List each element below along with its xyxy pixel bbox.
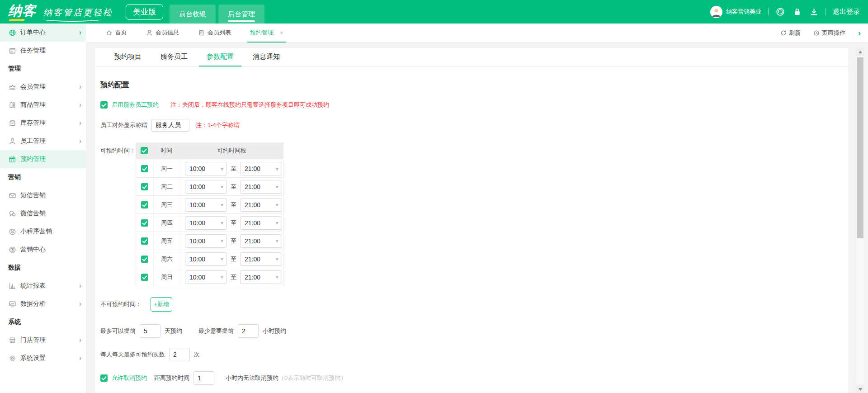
sidebar-item-system-settings[interactable]: 系统设置: [0, 349, 86, 367]
to-label: 至: [231, 165, 236, 173]
app-window: 纳客 纳客管店更轻松 美业版 前台收银 后台管理 纳客营销美业: [0, 0, 868, 393]
sidebar-item-goods-manage[interactable]: 商品管理: [0, 96, 86, 114]
day-checkbox[interactable]: [141, 183, 148, 190]
tab-service-staff[interactable]: 服务员工: [153, 48, 195, 66]
scrollbar-thumb[interactable]: [857, 57, 863, 238]
lock-icon[interactable]: [792, 7, 802, 17]
to-label: 至: [231, 201, 236, 209]
sidebar-section-label: 管理: [0, 60, 86, 78]
bc-tab-member-info[interactable]: 会员信息: [143, 24, 182, 43]
start-time-select[interactable]: 10:00: [185, 180, 227, 194]
target-icon: [8, 246, 16, 254]
app-logo[interactable]: 纳客 纳客管店更轻松: [8, 2, 113, 22]
end-time-select[interactable]: 21:00: [240, 252, 282, 266]
sidebar-item-sms-marketing[interactable]: 短信营销: [0, 186, 86, 204]
min-advance-input[interactable]: [238, 324, 259, 338]
start-time-select[interactable]: 10:00: [185, 270, 227, 284]
end-time-select[interactable]: 21:00: [240, 180, 282, 194]
booking-settings-card: 预约项目 服务员工 参数配置 消息通知 预约配置 启用服务员工预约 注：关闭后，…: [95, 48, 848, 393]
sidebar-item-store-manage[interactable]: 门店管理: [0, 331, 86, 349]
day-checkbox[interactable]: [141, 237, 148, 245]
chevron-right-icon[interactable]: [858, 28, 861, 38]
breadcrumb: 首页 会员信息 会员列表 预约管理 ×: [86, 24, 868, 43]
day-checkbox[interactable]: [141, 165, 148, 172]
bc-tab-booking-manage[interactable]: 预约管理 ×: [247, 24, 286, 43]
envelope-icon: [8, 191, 16, 199]
caret-down-icon: [221, 220, 223, 226]
start-time-select[interactable]: 10:00: [185, 252, 227, 266]
user-name: 纳客营销美业: [726, 8, 761, 16]
cancel-hours-input[interactable]: [193, 371, 214, 385]
chevron-right-icon: [79, 282, 81, 289]
scroll-up-button[interactable]: [856, 48, 864, 56]
refresh-button[interactable]: 刷新: [780, 29, 801, 37]
sidebar-item-booking-manage[interactable]: 预约管理: [0, 150, 86, 168]
bc-tab-home[interactable]: 首页: [103, 24, 130, 43]
logo-tagline: 纳客管店更轻松: [43, 8, 113, 17]
start-time-select[interactable]: 10:00: [185, 162, 227, 175]
day-checkbox[interactable]: [141, 256, 148, 263]
sidebar-item-task-manage[interactable]: 任务管理: [0, 42, 86, 60]
sidebar-item-order-center[interactable]: 订单中心: [0, 24, 86, 42]
page-actions-button[interactable]: 页面操作: [813, 29, 845, 37]
caret-down-icon: [221, 184, 223, 189]
allow-cancel-label: 允许取消预约: [112, 374, 147, 382]
end-time-select[interactable]: 21:00: [240, 234, 282, 248]
day-checkbox[interactable]: [141, 274, 148, 281]
daily-limit-input[interactable]: [169, 348, 190, 361]
sidebar-item-marketing-center[interactable]: 营销中心: [0, 241, 86, 259]
end-time-select[interactable]: 21:00: [240, 198, 282, 212]
vertical-scrollbar[interactable]: [856, 48, 864, 393]
scroll-down-button[interactable]: [856, 385, 864, 393]
close-icon[interactable]: ×: [280, 29, 283, 36]
to-label: 至: [231, 219, 236, 227]
sidebar-item-wechat-marketing[interactable]: 微信营销: [0, 204, 86, 223]
app-header: 纳客 纳客管店更轻松 美业版 前台收银 后台管理 纳客营销美业: [0, 0, 868, 24]
blocked-time-row: 不可预约时间： +新增: [100, 297, 839, 312]
edition-badge[interactable]: 美业版: [126, 4, 163, 20]
day-checkbox[interactable]: [141, 219, 148, 227]
booking-day-row: 周六 10:00 至 21:00: [136, 250, 283, 268]
start-time-select[interactable]: 10:00: [185, 216, 227, 230]
download-icon[interactable]: [809, 7, 819, 17]
bc-tab-member-list[interactable]: 会员列表: [195, 24, 234, 43]
display-title-input[interactable]: [151, 119, 189, 132]
tab-parameter-config[interactable]: 参数配置: [199, 48, 241, 66]
start-time-select[interactable]: 10:00: [185, 198, 227, 212]
sidebar-item-staff-manage[interactable]: 员工管理: [0, 132, 86, 150]
sidebar-menu: 订单中心 任务管理 管理 会员管理 商品管理 库存管理 员工管理 预约管理 营销: [0, 24, 86, 367]
end-time-select[interactable]: 21:00: [240, 270, 282, 284]
booking-day-row: 周二 10:00 至 21:00: [136, 178, 283, 196]
tab-booking-items[interactable]: 预约项目: [107, 48, 149, 66]
caret-down-icon: [221, 166, 223, 172]
sidebar-item-stock-manage[interactable]: 库存管理: [0, 114, 86, 132]
sidebar-item-stats-report[interactable]: 统计报表: [0, 277, 86, 295]
caret-down-icon: [276, 238, 278, 244]
start-time-select[interactable]: 10:00: [185, 234, 227, 248]
day-checkbox[interactable]: [141, 201, 148, 208]
select-all-checkbox[interactable]: [141, 147, 148, 154]
end-time-select[interactable]: 21:00: [240, 162, 282, 175]
display-title-row: 员工对外显示称谓 注：1-4个字称谓: [100, 119, 839, 132]
sidebar-item-member-manage[interactable]: 会员管理: [0, 78, 86, 96]
min-advance-unit: 小时预约: [263, 327, 286, 335]
sidebar-item-miniapp-marketing[interactable]: 小程序营销: [0, 223, 86, 241]
max-advance-input[interactable]: [140, 324, 160, 338]
table-header: 时间 可约时间段: [136, 142, 283, 159]
clock-icon: [813, 30, 820, 36]
sidebar: 订单中心 任务管理 管理 会员管理 商品管理 库存管理 员工管理 预约管理 营销: [0, 24, 86, 393]
tab-message-notice[interactable]: 消息通知: [245, 48, 288, 66]
display-title-label: 员工对外显示称谓: [100, 121, 147, 129]
add-blocked-time-button[interactable]: +新增: [151, 297, 172, 312]
user-menu[interactable]: 纳客营销美业: [710, 6, 761, 18]
logout-button[interactable]: 退出登录: [833, 8, 860, 16]
allow-cancel-checkbox[interactable]: [100, 374, 108, 382]
support-icon[interactable]: [775, 7, 785, 17]
end-time-select[interactable]: 21:00: [240, 216, 282, 230]
tab-front-cashier[interactable]: 前台收银: [170, 5, 216, 24]
tagline-underline: [43, 17, 101, 22]
enable-staff-booking-checkbox[interactable]: [100, 101, 108, 109]
caret-down-icon: [276, 220, 278, 226]
sidebar-item-data-analysis[interactable]: 数据分析: [0, 295, 86, 313]
tab-backstage-manage[interactable]: 后台管理: [218, 5, 264, 24]
